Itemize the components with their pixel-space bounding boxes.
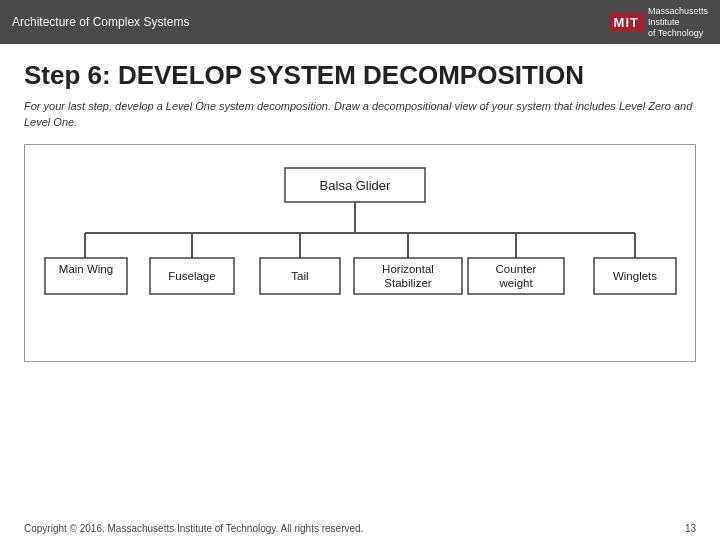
step-title: Step 6: DEVELOP SYSTEM DECOMPOSITION <box>24 60 696 91</box>
child-main-wing: Main Wing <box>59 263 113 275</box>
header-title: Architecture of Complex Systems <box>12 15 189 29</box>
mit-logo-box: MIT <box>609 13 644 32</box>
mit-logo: MIT Massachusetts Institute of Technolog… <box>609 6 708 38</box>
copyright: Copyright © 2016. Massachusetts Institut… <box>24 523 363 534</box>
child-winglets: Winglets <box>613 270 657 282</box>
header: Architecture of Complex Systems MIT Mass… <box>0 0 720 44</box>
root-node-label: Balsa Glider <box>320 178 391 193</box>
svg-text:Stabilizer: Stabilizer <box>384 277 431 289</box>
child-fuselage: Fuselage <box>168 270 215 282</box>
child-horizontal-stabilizer: Horizontal <box>382 263 434 275</box>
child-tail: Tail <box>291 270 308 282</box>
svg-text:weight: weight <box>498 277 533 289</box>
page-number: 13 <box>685 523 696 534</box>
main-content: Step 6: DEVELOP SYSTEM DECOMPOSITION For… <box>0 44 720 382</box>
mit-logo-text: Massachusetts Institute of Technology <box>648 6 708 38</box>
footer: Copyright © 2016. Massachusetts Institut… <box>0 523 720 534</box>
description: For your last step, develop a Level One … <box>24 99 696 130</box>
child-counter-weight: Counter <box>496 263 537 275</box>
decomposition-diagram: Balsa Glider Main Wing Fuselage Tail <box>40 163 680 343</box>
diagram-container: Balsa Glider Main Wing Fuselage Tail <box>24 144 696 362</box>
